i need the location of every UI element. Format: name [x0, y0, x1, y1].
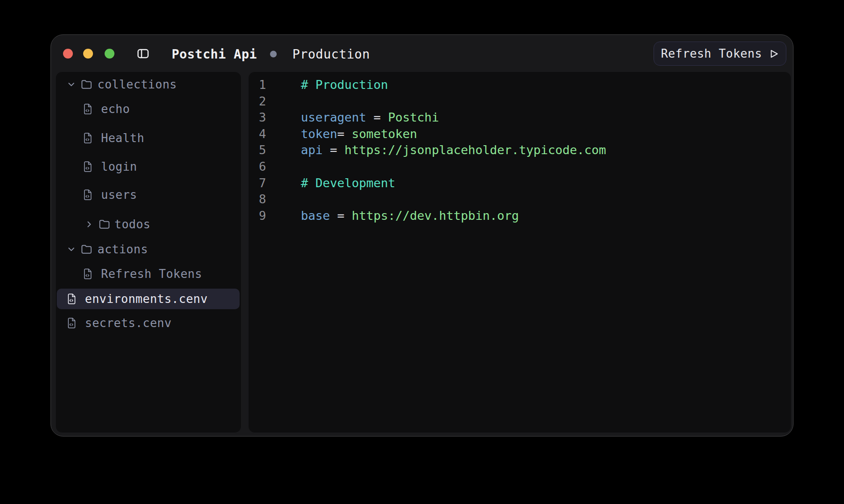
refresh-tokens-button[interactable]: Refresh Tokens — [654, 42, 786, 66]
code-text: api = https://jsonplaceholder.typicode.c… — [301, 142, 606, 158]
sidebar-item-label: actions — [97, 243, 148, 256]
refresh-tokens-label: Refresh Tokens — [661, 47, 762, 60]
chevron-right-icon[interactable] — [85, 220, 93, 229]
sidebar-toggle-icon[interactable] — [137, 48, 149, 59]
close-button[interactable] — [63, 49, 73, 59]
code-token: api — [301, 143, 323, 157]
line-number: 9 — [259, 207, 266, 224]
code-line: 8 — [249, 191, 791, 207]
code-text: base = https://dev.httpbin.org — [301, 207, 519, 224]
code-text: # Production — [301, 76, 388, 93]
sidebar-item-echo[interactable]: echo — [57, 99, 240, 119]
chevron-down-icon[interactable] — [67, 245, 76, 254]
code-token: https://dev.httpbin.org — [352, 209, 519, 223]
file-code-icon — [67, 294, 76, 305]
code-line: 6 — [249, 158, 791, 175]
code-token: = — [330, 209, 352, 223]
titlebar: Postchi Api Production Refresh Tokens — [51, 35, 793, 72]
sidebar-item-health[interactable]: Health — [57, 128, 240, 148]
line-number: 2 — [259, 93, 266, 109]
sidebar-item-secrets-cenv[interactable]: secrets.cenv — [57, 313, 240, 333]
zoom-button[interactable] — [105, 49, 114, 59]
sidebar: collections echo Health login users todo… — [56, 72, 241, 433]
line-number: 6 — [259, 158, 266, 175]
code-line: 1# Production — [249, 76, 791, 93]
editor[interactable]: 1# Production23useragent = Postchi4token… — [249, 72, 791, 433]
code-line: 7# Development — [249, 175, 791, 191]
play-icon — [768, 48, 779, 59]
sidebar-item-label: secrets.cenv — [85, 316, 172, 330]
chevron-down-icon[interactable] — [67, 80, 76, 89]
environment-name: Production — [292, 47, 370, 62]
sidebar-item-refresh-tokens[interactable]: Refresh Tokens — [57, 264, 240, 284]
code-token: token — [301, 127, 337, 141]
desktop-background: Postchi Api Production Refresh Tokens co… — [0, 0, 844, 504]
file-code-icon — [83, 161, 93, 172]
file-code-icon — [83, 133, 93, 144]
line-number: 7 — [259, 175, 266, 191]
code-text: # Development — [301, 175, 395, 191]
code-token: = — [337, 127, 352, 141]
sidebar-item-todos[interactable]: todos — [57, 214, 240, 235]
file-code-icon — [83, 189, 93, 201]
sidebar-item-label: environments.cenv — [85, 292, 208, 306]
code-line: 2 — [249, 93, 791, 109]
sidebar-item-environments-cenv[interactable]: environments.cenv — [57, 289, 240, 309]
file-code-icon — [83, 269, 93, 280]
code-line: 3useragent = Postchi — [249, 109, 791, 126]
code-text: useragent = Postchi — [301, 109, 439, 126]
code-line: 4token= sometoken — [249, 126, 791, 142]
code-token: = — [323, 143, 345, 157]
line-number: 3 — [259, 109, 266, 126]
code-line: 5api = https://jsonplaceholder.typicode.… — [249, 142, 791, 158]
sidebar-item-label: Health — [101, 131, 144, 145]
sidebar-item-label: login — [101, 160, 137, 173]
code-token: Postchi — [388, 110, 439, 124]
code-token: sometoken — [352, 127, 417, 141]
code-text: token= sometoken — [301, 126, 417, 142]
code-line: 9base = https://dev.httpbin.org — [249, 207, 791, 224]
app-title: Postchi Api — [172, 47, 257, 62]
sidebar-item-label: Refresh Tokens — [101, 267, 202, 281]
code-token: # Development — [301, 176, 395, 190]
sidebar-item-users[interactable]: users — [57, 185, 240, 205]
sidebar-item-actions[interactable]: actions — [57, 239, 240, 260]
sidebar-item-label: collections — [97, 78, 177, 91]
sidebar-item-label: todos — [114, 218, 151, 231]
line-number: 8 — [259, 191, 266, 207]
sidebar-item-collections[interactable]: collections — [57, 74, 240, 95]
sidebar-item-label: echo — [101, 102, 130, 116]
line-number: 1 — [259, 76, 266, 93]
line-number: 5 — [259, 142, 266, 158]
file-code-icon — [67, 318, 76, 329]
app-window: Postchi Api Production Refresh Tokens co… — [51, 34, 793, 437]
folder-icon — [81, 244, 92, 255]
folder-icon — [99, 219, 110, 230]
line-number: 4 — [259, 126, 266, 142]
file-code-icon — [83, 104, 93, 115]
environment-dot-icon — [270, 51, 277, 58]
code-token: https://jsonplaceholder.typicode.com — [345, 143, 606, 157]
minimize-button[interactable] — [83, 49, 93, 59]
code-token: = — [366, 110, 388, 124]
code-token: base — [301, 209, 330, 223]
code-token: # Production — [301, 78, 388, 92]
folder-icon — [81, 80, 92, 90]
sidebar-item-login[interactable]: login — [57, 156, 240, 177]
code-token: useragent — [301, 110, 366, 124]
sidebar-item-label: users — [101, 188, 137, 202]
